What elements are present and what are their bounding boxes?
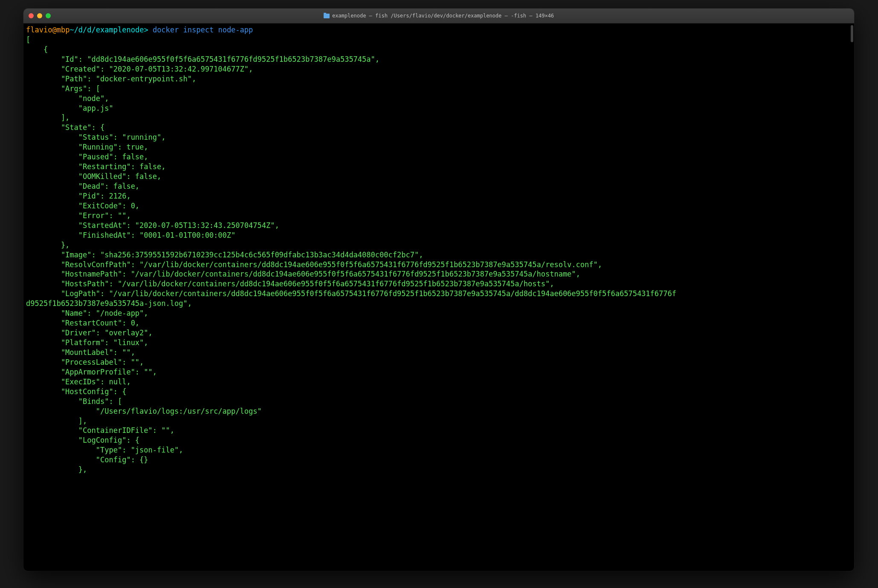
terminal-body[interactable]: flavio@mbp~/d/d/examplenode> docker insp… bbox=[23, 23, 854, 571]
command-output: [ { "Id": "dd8dc194ae606e955f0f5f6a65754… bbox=[26, 35, 676, 474]
prompt-host: mbp bbox=[57, 26, 70, 34]
folder-icon bbox=[324, 14, 330, 18]
window-title-text: examplenode — fish /Users/flavio/dev/doc… bbox=[332, 13, 554, 19]
minimize-icon[interactable] bbox=[37, 13, 42, 18]
titlebar: examplenode — fish /Users/flavio/dev/doc… bbox=[23, 9, 854, 23]
prompt-user: flavio bbox=[26, 26, 52, 34]
window-title: examplenode — fish /Users/flavio/dev/doc… bbox=[324, 13, 554, 19]
window-controls bbox=[29, 13, 51, 18]
scrollbar-thumb[interactable] bbox=[851, 25, 853, 42]
terminal-window: examplenode — fish /Users/flavio/dev/doc… bbox=[23, 9, 854, 571]
command-text: docker inspect node-app bbox=[153, 26, 253, 34]
prompt-path: ~/d/d/examplenode bbox=[70, 26, 144, 34]
close-icon[interactable] bbox=[29, 13, 34, 18]
zoom-icon[interactable] bbox=[46, 13, 51, 18]
prompt-arrow: > bbox=[144, 26, 148, 34]
prompt-at: @ bbox=[52, 26, 56, 34]
